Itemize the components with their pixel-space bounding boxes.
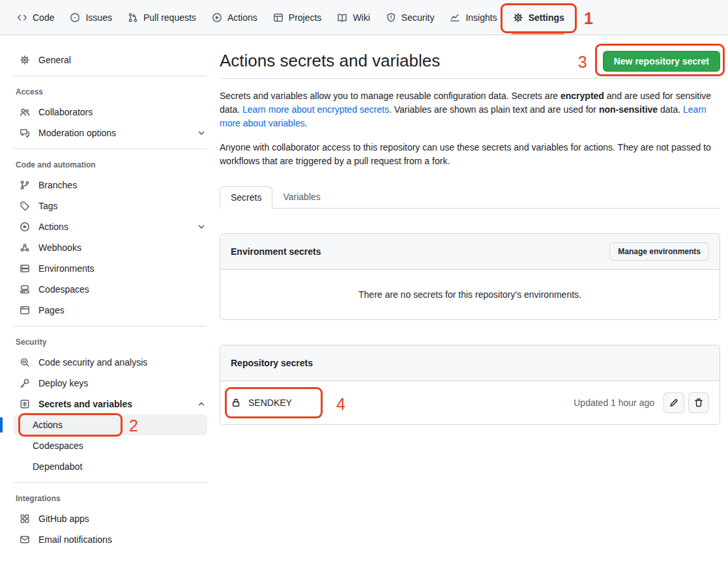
apps-icon — [20, 514, 30, 524]
sidebar-item-email-notifications[interactable]: Email notifications — [0, 529, 220, 550]
webhook-icon — [20, 242, 30, 253]
sidebar-section-code-automation: Code and automation — [0, 154, 220, 175]
nav-tab-actions[interactable]: Actions — [204, 0, 265, 35]
tab-variables[interactable]: Variables — [272, 186, 330, 208]
sidebar-subitem-label: Dependabot — [33, 461, 82, 472]
annotation-number-1: 1 — [584, 10, 593, 27]
nav-tab-label: Security — [401, 12, 435, 23]
repository-secrets-header: Repository secrets — [220, 345, 720, 381]
browser-icon — [20, 305, 30, 315]
sidebar-item-label: Code security and analysis — [38, 357, 147, 368]
intro-text: data. — [658, 104, 683, 115]
selected-item-accent-bar — [0, 417, 3, 433]
tab-secrets[interactable]: Secrets — [220, 186, 272, 209]
pencil-icon — [669, 398, 679, 408]
sidebar-item-webhooks[interactable]: Webhooks — [0, 237, 220, 258]
edit-secret-button[interactable] — [663, 392, 684, 413]
intro-bold-non-sensitive: non-sensitive — [599, 104, 658, 115]
sidebar-divider — [13, 326, 207, 326]
annotation-number-3: 3 — [578, 54, 587, 70]
page-subhead: Actions secrets and variables New reposi… — [220, 35, 720, 79]
sidebar-item-environments[interactable]: Environments — [0, 258, 220, 279]
sidebar-subitem-actions[interactable]: Actions 2 — [13, 414, 207, 435]
environment-secrets-card: Environment secrets Manage environments … — [220, 233, 720, 320]
graph-icon — [450, 12, 460, 23]
secret-name-group: SENDKEY 4 — [231, 398, 292, 408]
secret-row-actions: Updated 1 hour ago — [574, 392, 709, 413]
nav-tab-security[interactable]: Security — [378, 0, 443, 35]
sidebar-section-access: Access — [0, 81, 220, 102]
sidebar-item-label: Secrets and variables — [38, 399, 132, 409]
secret-updated-text: Updated 1 hour ago — [574, 398, 654, 408]
secret-asterisk-icon — [20, 399, 30, 409]
sidebar-subitem-dependabot[interactable]: Dependabot — [13, 456, 207, 477]
sidebar-item-branches[interactable]: Branches — [0, 175, 220, 196]
nav-tab-code[interactable]: Code — [9, 0, 62, 35]
new-repository-secret-button[interactable]: New repository secret — [603, 51, 720, 72]
nav-tab-issues[interactable]: Issues — [62, 0, 119, 35]
mail-icon — [20, 534, 30, 545]
nav-tab-label: Actions — [227, 12, 257, 23]
nav-tab-projects[interactable]: Projects — [265, 0, 330, 35]
annotation-number-2: 2 — [129, 418, 138, 434]
sidebar-item-tags[interactable]: Tags — [0, 196, 220, 216]
delete-secret-button[interactable] — [688, 392, 709, 413]
sidebar-item-secrets-and-variables[interactable]: Secrets and variables — [0, 394, 220, 414]
sidebar-section-integrations: Integrations — [0, 488, 220, 508]
nav-tab-insights[interactable]: Insights — [442, 0, 504, 35]
git-branch-icon — [20, 180, 30, 190]
nav-tab-label: Insights — [465, 12, 497, 23]
intro-text: . Variables are shown as plain text and … — [389, 104, 599, 115]
sidebar-item-label: Collaborators — [38, 107, 93, 117]
sidebar-subitem-label: Codespaces — [33, 441, 83, 451]
sidebar-item-pages[interactable]: Pages — [0, 300, 220, 321]
gear-icon — [20, 55, 30, 65]
collaborator-access-paragraph: Anyone with collaborator access to this … — [220, 141, 720, 168]
nav-tab-pull-requests[interactable]: Pull requests — [120, 0, 204, 35]
sidebar-divider — [13, 76, 207, 76]
sidebar-item-label: Moderation options — [38, 128, 116, 138]
manage-environments-button[interactable]: Manage environments — [609, 242, 709, 261]
sidebar-item-code-security[interactable]: Code security and analysis — [0, 352, 220, 373]
chevron-down-icon — [196, 128, 207, 138]
gear-icon — [513, 12, 523, 23]
intro-bold-encrypted: encrypted — [561, 91, 604, 101]
nav-tab-wiki[interactable]: Wiki — [329, 0, 377, 35]
sidebar-item-label: Branches — [38, 180, 77, 190]
sidebar-item-github-apps[interactable]: GitHub apps — [0, 508, 220, 529]
intro-text: . — [305, 118, 308, 128]
code-icon — [17, 12, 27, 23]
sidebar-item-codespaces[interactable]: Codespaces — [0, 279, 220, 300]
sidebar-item-moderation-options[interactable]: Moderation options — [0, 123, 220, 143]
sidebar-item-label: Pages — [38, 305, 65, 315]
learn-more-encrypted-secrets-link[interactable]: Learn more about encrypted secrets — [242, 104, 389, 115]
sidebar-item-actions[interactable]: Actions — [0, 216, 220, 237]
environment-secrets-empty-message: There are no secrets for this repository… — [220, 270, 720, 319]
repo-nav: Code Issues Pull requests Actions Projec… — [0, 0, 728, 35]
lock-icon — [231, 398, 241, 408]
sidebar-item-label: Environments — [38, 263, 95, 274]
sidebar-divider — [13, 149, 207, 149]
server-icon — [20, 263, 30, 274]
nav-tab-label: Issues — [85, 12, 111, 23]
secret-row: SENDKEY 4 Updated 1 hour ago — [220, 381, 720, 424]
sidebar-subitem-codespaces[interactable]: Codespaces — [13, 435, 207, 456]
intro-text: Secrets and variables allow you to manag… — [220, 91, 561, 101]
chevron-up-icon — [196, 399, 207, 409]
chevron-down-icon — [196, 222, 207, 232]
intro-paragraph: Secrets and variables allow you to manag… — [220, 89, 720, 130]
repository-secrets-title: Repository secrets — [231, 358, 313, 368]
sidebar-item-general[interactable]: General — [0, 50, 220, 70]
annotation-number-4: 4 — [336, 396, 345, 413]
page-title: Actions secrets and variables — [220, 50, 440, 72]
sidebar-item-deploy-keys[interactable]: Deploy keys — [0, 373, 220, 394]
comment-discussion-icon — [20, 128, 30, 138]
sidebar-item-collaborators[interactable]: Collaborators — [0, 102, 220, 123]
settings-content: Actions secrets and variables New reposi… — [220, 35, 720, 425]
sidebar-item-label: Webhooks — [38, 242, 81, 253]
key-icon — [20, 378, 30, 388]
environment-secrets-title: Environment secrets — [231, 246, 321, 257]
sidebar-section-security: Security — [0, 332, 220, 352]
nav-tab-settings[interactable]: Settings 1 — [505, 0, 572, 35]
nav-tab-label: Code — [33, 12, 54, 23]
